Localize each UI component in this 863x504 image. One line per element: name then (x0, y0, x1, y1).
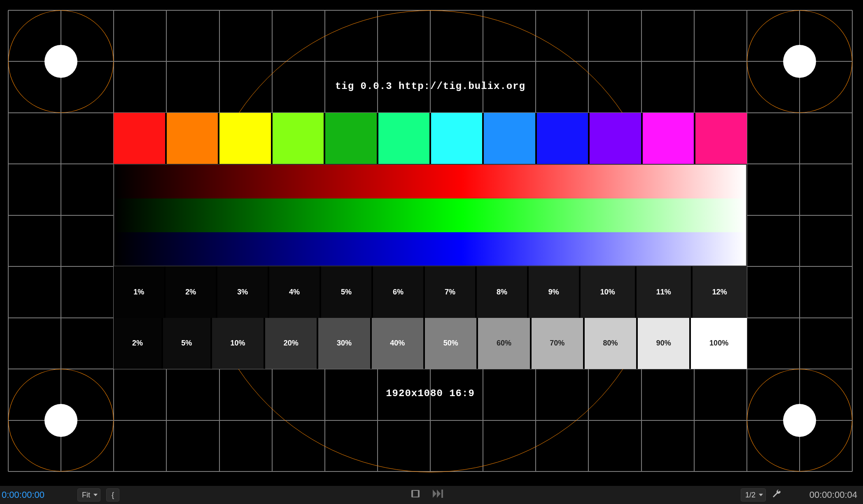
hue-swatch-0 (114, 113, 166, 164)
near-black-step-3: 3% (217, 266, 268, 317)
grey-ramp-step-70: 70% (531, 318, 584, 369)
timecode-out[interactable]: 00:00:00:04 (787, 490, 857, 500)
hue-swatch-10 (642, 113, 695, 164)
grey-ramp-row: 2%5%10%20%30%40%50%60%70%80%90%100% (114, 318, 747, 369)
hue-swatch-2 (219, 113, 271, 164)
resolution-fraction-label: 1/2 (745, 491, 756, 499)
hue-swatch-1 (166, 113, 219, 164)
near-black-step-4: 4% (268, 266, 320, 317)
zoom-select[interactable]: Fit (77, 488, 100, 502)
blue-gradient-strip (114, 232, 746, 266)
timecode-in[interactable]: 0:00:00:00 (2, 490, 72, 500)
pattern-resolution-text: 1920x1080 16:9 (8, 388, 852, 399)
hue-swatch-8 (536, 113, 589, 164)
chevron-down-icon (759, 493, 763, 497)
pattern-title-text: tig 0.0.3 http://tig.bulix.org (8, 81, 852, 92)
near-black-step-6: 6% (372, 266, 424, 317)
grey-ramp-step-90: 90% (637, 318, 690, 369)
grey-ramp-step-10: 10% (211, 318, 264, 369)
hue-swatch-4 (324, 113, 377, 164)
near-black-step-2: 2% (165, 266, 217, 317)
svg-marker-4 (433, 490, 436, 498)
grey-ramp-step-50: 50% (424, 318, 477, 369)
test-pattern-image: tig 0.0.3 http://tig.bulix.org 1%2%3%4%5… (8, 10, 852, 471)
near-black-step-9: 9% (528, 266, 580, 317)
grey-ramp-step-80: 80% (584, 318, 637, 369)
hue-swatch-11 (695, 113, 746, 164)
grey-ramp-step-5: 5% (162, 318, 211, 369)
chevron-down-icon (93, 493, 98, 497)
hue-swatch-9 (589, 113, 641, 164)
corner-circle-top-right (747, 10, 852, 113)
hue-swatch-row (114, 113, 747, 164)
red-gradient-strip (114, 165, 746, 198)
corner-circle-top-left (8, 10, 114, 113)
near-black-step-8: 8% (476, 266, 528, 317)
near-black-step-1: 1% (114, 266, 165, 317)
near-black-steps-row: 1%2%3%4%5%6%7%8%9%10%11%12% (114, 266, 747, 317)
bracket-icon: { (112, 491, 114, 499)
resolution-fraction-select[interactable]: 1/2 (741, 488, 766, 502)
bracket-marker-button[interactable]: { (106, 488, 119, 502)
corner-circle-bottom-left (8, 369, 114, 471)
near-black-step-12: 12% (692, 266, 747, 317)
step-forward-icon[interactable] (433, 490, 443, 500)
near-black-step-11: 11% (636, 266, 692, 317)
grey-ramp-step-100: 100% (690, 318, 746, 369)
hue-swatch-3 (272, 113, 324, 164)
svg-rect-6 (441, 490, 443, 498)
wrench-icon[interactable] (772, 489, 781, 501)
grey-ramp-step-60: 60% (477, 318, 530, 369)
video-preview-pane[interactable]: tig 0.0.3 http://tig.bulix.org 1%2%3%4%5… (0, 0, 863, 486)
hue-swatch-5 (378, 113, 430, 164)
green-gradient-strip (114, 198, 746, 232)
near-black-step-5: 5% (320, 266, 372, 317)
zoom-select-label: Fit (82, 491, 90, 499)
grey-ramp-step-40: 40% (371, 318, 424, 369)
rgb-gradient-block (114, 164, 747, 266)
hue-swatch-6 (430, 113, 483, 164)
hue-swatch-7 (483, 113, 536, 164)
svg-rect-1 (412, 490, 413, 497)
svg-rect-2 (418, 490, 419, 497)
film-strip-icon[interactable] (411, 489, 420, 501)
svg-marker-5 (437, 490, 441, 498)
viewer-bottom-toolbar: 0:00:00:00 Fit { 1/2 00:00:00:04 (0, 485, 863, 504)
grey-ramp-step-20: 20% (264, 318, 317, 369)
corner-circle-bottom-right (747, 369, 852, 471)
grey-ramp-step-30: 30% (317, 318, 371, 369)
near-black-step-10: 10% (580, 266, 636, 317)
grey-ramp-step-2: 2% (114, 318, 162, 369)
near-black-step-7: 7% (424, 266, 476, 317)
